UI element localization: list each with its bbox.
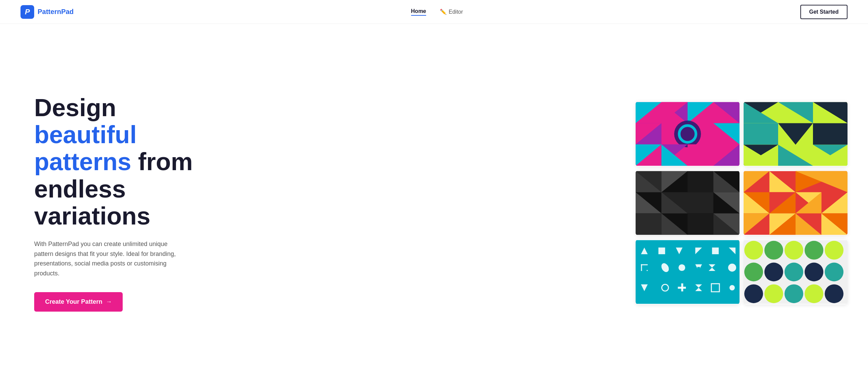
- editor-icon: ✏️: [440, 9, 447, 15]
- svg-rect-41: [636, 213, 662, 235]
- arrow-icon: →: [106, 298, 112, 305]
- svg-point-98: [785, 263, 803, 282]
- pattern-card-5[interactable]: [636, 240, 740, 304]
- svg-point-100: [825, 263, 843, 282]
- nav-editor[interactable]: ✏️ Editor: [440, 9, 463, 15]
- svg-rect-85: [681, 283, 683, 291]
- svg-point-94: [804, 241, 823, 260]
- svg-rect-73: [641, 264, 642, 271]
- hero-heading-part1: Design: [34, 94, 116, 121]
- svg-rect-65: [636, 240, 740, 304]
- svg-rect-23: [744, 123, 778, 145]
- svg-point-92: [764, 241, 783, 260]
- pattern-grid: [636, 101, 847, 304]
- hero-heading-accent: beautiful patterns: [34, 121, 137, 175]
- svg-point-97: [764, 263, 783, 282]
- svg-point-105: [825, 284, 843, 303]
- hero-heading: Design beautiful patterns from endless v…: [34, 94, 219, 230]
- hero-left: Design beautiful patterns from endless v…: [34, 94, 219, 312]
- logo-icon: P: [21, 5, 34, 19]
- svg-rect-67: [659, 247, 665, 254]
- svg-rect-70: [712, 247, 719, 254]
- svg-point-96: [744, 263, 763, 282]
- nav-home[interactable]: Home: [411, 8, 426, 16]
- svg-point-102: [764, 284, 783, 303]
- hero-section: Design beautiful patterns from endless v…: [0, 24, 868, 382]
- svg-point-104: [804, 284, 823, 303]
- svg-rect-25: [813, 123, 847, 145]
- svg-point-89: [730, 285, 735, 290]
- svg-point-76: [679, 264, 686, 271]
- svg-point-99: [804, 263, 823, 282]
- pattern-card-2[interactable]: [744, 101, 847, 166]
- logo[interactable]: P PatternPad: [21, 5, 74, 19]
- create-pattern-button[interactable]: Create Your Pattern →: [34, 292, 123, 312]
- svg-point-103: [785, 284, 803, 303]
- get-started-button[interactable]: Get Started: [800, 5, 847, 19]
- navbar: P PatternPad Home ✏️ Editor Get Started: [0, 0, 868, 24]
- svg-point-93: [785, 241, 803, 260]
- hero-subtext: With PatternPad you can create unlimited…: [34, 239, 178, 278]
- logo-text: PatternPad: [38, 8, 74, 16]
- svg-rect-43: [688, 213, 714, 235]
- svg-point-91: [744, 241, 763, 260]
- svg-rect-78: [697, 267, 700, 271]
- svg-rect-35: [688, 171, 714, 192]
- svg-rect-11: [688, 144, 714, 166]
- pattern-card-6[interactable]: [744, 240, 847, 304]
- pattern-card-4[interactable]: [744, 170, 847, 235]
- svg-point-95: [825, 241, 843, 260]
- pattern-card-3[interactable]: [636, 170, 740, 235]
- nav-links: Home ✏️ Editor: [411, 8, 463, 16]
- svg-point-101: [744, 284, 763, 303]
- svg-rect-74: [647, 270, 648, 271]
- create-pattern-label: Create Your Pattern: [45, 298, 102, 305]
- svg-point-7: [679, 125, 696, 142]
- pattern-card-1[interactable]: [636, 101, 740, 166]
- svg-point-81: [728, 263, 736, 272]
